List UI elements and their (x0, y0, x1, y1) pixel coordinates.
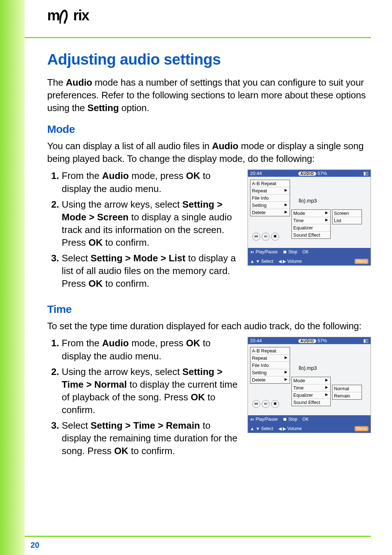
header-rule (25, 37, 371, 38)
step-2: Using the arrow keys, select Setting > T… (62, 366, 241, 416)
transport-icons: ⏮⏯⏹ (252, 233, 279, 241)
footer-rule (25, 536, 371, 537)
mode-steps: From the Audio mode, press OK to display… (47, 170, 241, 290)
text: The (47, 77, 66, 88)
page-green-rail (0, 0, 25, 555)
device-menu-1: A-B Repeat Repeat▶ File Info Setting▶ De… (250, 347, 290, 384)
step-3: Select Setting > Time > Remain to displa… (62, 419, 241, 457)
device-clock: 20:44 (250, 338, 262, 343)
audio-pill: AUDIO (298, 172, 316, 176)
heading-time: Time (47, 303, 371, 315)
battery-icon: ▮▯ (363, 338, 368, 343)
step-1: From the Audio mode, press OK to display… (62, 170, 241, 195)
heading-mode: Mode (47, 123, 371, 135)
page-number: 20 (30, 540, 39, 550)
intro-paragraph: The Audio mode has a number of settings … (47, 76, 371, 114)
device-menu-2: Mode▶ Time▶ Equalizer▶ Sound Effect (291, 377, 331, 406)
device-menu-1: A-B Repeat Repeat▶ File Info Setting▶ De… (250, 180, 290, 216)
device-footer: ⏯ Play/Pause⏹ StopOK ▲ ▼ Select◀ ▶ Volum… (248, 248, 371, 265)
text-bold: Audio (212, 140, 238, 151)
device-song: llo).mp3 (299, 365, 317, 371)
device-menu-3: Normal Remain (332, 385, 362, 400)
device-screenshot-time: 20:44 AUDIO 57% ▮▯ llo).mp3 A-B Repeat R… (248, 337, 371, 433)
page-content: Adjusting audio settings The Audio mode … (47, 51, 371, 462)
brand-logo: mrix (47, 7, 89, 24)
device-footer: ⏯ Play/Pause⏹ StopOK ▲ ▼ Select◀ ▶ Volum… (248, 415, 371, 433)
battery-pct: 57% (318, 338, 327, 343)
transport-icons: ⏮⏯⏹ (252, 400, 279, 408)
page-title: Adjusting audio settings (47, 51, 371, 68)
time-intro: To set the type time duration displayed … (47, 320, 371, 332)
device-screenshot-mode: 20:44 AUDIO 57% ▮▯ llo).mp3 A-B Repeat R… (248, 170, 371, 266)
device-clock: 20:44 (250, 171, 262, 176)
device-song: llo).mp3 (299, 198, 317, 204)
mode-intro: You can display a list of all audio file… (47, 140, 371, 165)
step-2: Using the arrow keys, select Setting > M… (62, 198, 241, 249)
battery-pct: 57% (318, 171, 327, 176)
audio-pill: AUDIO (298, 339, 316, 343)
text: option. (119, 102, 149, 113)
text-bold: Setting (87, 102, 119, 113)
text: You can display a list of all audio file… (47, 140, 212, 151)
text-bold: Audio (66, 77, 92, 88)
step-3: Select Setting > Mode > List to display … (62, 252, 241, 290)
device-menu-3: Screen List (332, 209, 362, 224)
battery-icon: ▮▯ (363, 171, 368, 176)
time-steps: From the Audio mode, press OK to display… (47, 337, 241, 457)
device-menu-2: Mode▶ Time▶ Equalizer Sound Effect (291, 209, 331, 239)
step-1: From the Audio mode, press OK to display… (62, 337, 241, 362)
